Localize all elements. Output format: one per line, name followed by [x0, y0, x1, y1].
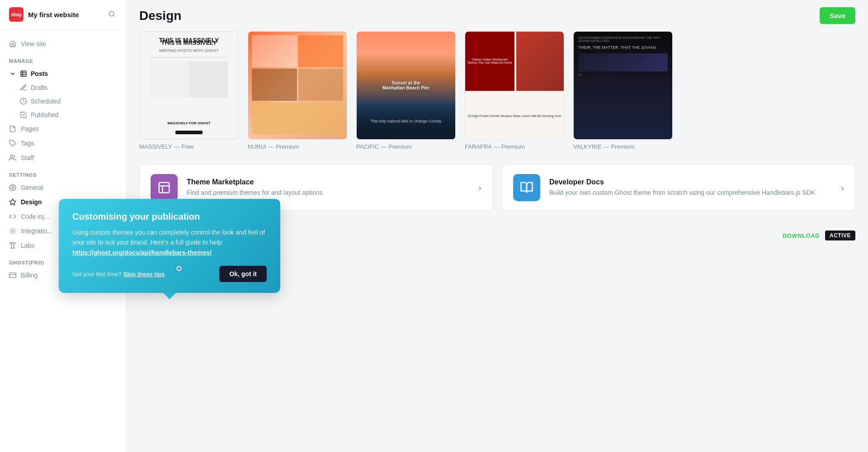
active-badge: ACTIVE	[825, 231, 855, 240]
tags-label: Tags	[21, 140, 34, 147]
integrations-label: Integratio...	[21, 227, 52, 235]
tooltip-footer-left: Not your first time? Skip these tips	[72, 271, 165, 278]
posts-icon	[20, 70, 27, 77]
svg-point-9	[12, 231, 14, 232]
design-icon	[9, 198, 16, 206]
download-link[interactable]: DOWNLOAD	[783, 232, 820, 239]
posts-label: Posts	[31, 70, 48, 77]
svg-rect-12	[159, 183, 170, 193]
marketplace-title: Theme Marketplace	[187, 178, 322, 186]
billing-icon	[9, 272, 16, 279]
skip-tips-button[interactable]: Skip these tips	[123, 271, 165, 278]
tooltip-body-text: Using custom themes you can completely c…	[72, 229, 265, 246]
tooltip-popup: Customising your publication Using custo…	[59, 199, 280, 293]
logo-text: ebay	[11, 12, 21, 17]
pages-icon	[9, 125, 16, 132]
not-first-time-text: Not your first time?	[72, 271, 122, 278]
svg-point-8	[12, 187, 14, 188]
labs-icon	[9, 242, 16, 249]
sidebar-item-published[interactable]: Published	[16, 108, 126, 122]
sidebar-item-general[interactable]: General	[0, 180, 126, 195]
sidebar-item-staff[interactable]: Staff	[0, 151, 126, 165]
design-label: Design	[21, 198, 42, 206]
svg-rect-10	[9, 273, 16, 278]
sidebar-header: ebay My first website	[0, 0, 126, 29]
clock-icon	[20, 98, 27, 105]
chevron-down-icon	[9, 70, 16, 77]
theme-card-valkyrie[interactable]: ASTRONOMERS ANNOUNCE DISCOVERING THE TIN…	[573, 31, 673, 150]
scheduled-label: Scheduled	[31, 98, 61, 105]
check-square-icon	[20, 111, 27, 118]
tooltip-footer: Not your first time? Skip these tips Ok,…	[72, 266, 267, 282]
pencil-icon	[20, 84, 27, 91]
drafts-label: Drafts	[31, 84, 47, 91]
theme-card-farafra[interactable]: Classic Indian Restaurant Dishes You Can…	[465, 31, 564, 150]
farafra-thumbnail: Classic Indian Restaurant Dishes You Can…	[465, 31, 564, 140]
valkyrie-label: VALKYRIE — Premium	[573, 143, 673, 150]
published-label: Published	[31, 111, 59, 118]
posts-children: Drafts Scheduled Published	[9, 81, 126, 122]
sidebar-item-pages[interactable]: Pages	[0, 122, 126, 136]
theme-card-pacific[interactable]: Sunset at the Manhattan Beach Pier The o…	[356, 31, 456, 150]
marketplace-description: Find and premium themes for and layout o…	[187, 188, 322, 198]
settings-icon	[9, 184, 16, 191]
tooltip-body: Using custom themes you can completely c…	[72, 227, 267, 258]
developer-docs-card[interactable]: Developer Docs Build your own custom Gho…	[502, 165, 855, 211]
tooltip-link[interactable]: https://ghost.org/docs/api/handlebars-th…	[72, 249, 212, 256]
settings-section-label: SETTINGS	[0, 165, 126, 180]
pacific-thumbnail: Sunset at the Manhattan Beach Pier The o…	[356, 31, 456, 140]
svg-point-0	[109, 11, 114, 16]
pages-label: Pages	[21, 125, 39, 132]
sidebar-item-drafts[interactable]: Drafts	[16, 81, 126, 94]
tooltip-title: Customising your publication	[72, 212, 267, 222]
tag-icon	[9, 140, 16, 147]
sidebar-item-posts[interactable]: Posts	[9, 66, 126, 81]
sidebar-item-view-site[interactable]: View site	[0, 37, 126, 51]
view-site-label: View site	[21, 40, 46, 47]
theme-marketplace-icon	[151, 174, 178, 201]
tooltip-arrow	[163, 293, 176, 299]
nurui-thumbnail	[248, 31, 347, 140]
massively-thumbnail: THIS IS MASSIVELY WRITING POSTS WITH GHO…	[139, 31, 239, 140]
page-title: Design	[139, 9, 181, 23]
marketplace-icon-svg	[157, 181, 171, 194]
developer-docs-arrow: ›	[841, 183, 844, 193]
search-button[interactable]	[106, 9, 117, 21]
marketplace-arrow: ›	[478, 183, 481, 193]
developer-docs-icon	[513, 174, 540, 201]
developer-docs-title: Developer Docs	[549, 178, 815, 186]
pacific-label: PACIFIC — Premium	[356, 143, 456, 150]
general-label: General	[21, 184, 43, 191]
manage-section-label: MANAGE	[0, 51, 126, 66]
labs-label: Labs	[21, 242, 34, 249]
farafra-label: FARAFRA — Premium	[465, 143, 564, 150]
site-name: My first website	[28, 11, 79, 19]
valkyrie-thumbnail: ASTRONOMERS ANNOUNCE DISCOVERING THE TIN…	[573, 31, 673, 140]
svg-rect-1	[21, 71, 26, 76]
docs-icon-svg	[520, 181, 533, 194]
developer-docs-text: Developer Docs Build your own custom Gho…	[549, 178, 815, 198]
developer-docs-description: Build your own custom Ghost theme from s…	[549, 188, 815, 198]
action-links: DOWNLOAD ACTIVE	[783, 231, 855, 240]
themes-grid: THIS IS MASSIVELY WRITING POSTS WITH GHO…	[139, 31, 855, 150]
users-icon	[9, 154, 16, 161]
integrations-icon	[9, 227, 16, 235]
svg-point-7	[10, 155, 13, 157]
search-icon	[108, 10, 115, 18]
code-injection-label: Code inj...	[21, 213, 49, 220]
got-it-button[interactable]: Ok, got it	[219, 266, 267, 282]
sidebar-item-tags[interactable]: Tags	[0, 136, 126, 151]
brand-logo-area[interactable]: ebay My first website	[9, 7, 79, 22]
posts-section: Posts Drafts Scheduled	[0, 66, 126, 122]
topbar: Design Save	[127, 0, 868, 31]
sidebar-item-scheduled[interactable]: Scheduled	[16, 94, 126, 108]
nurui-label: NURUI — Premium	[248, 143, 347, 150]
ebay-logo: ebay	[9, 7, 24, 22]
massively-label: MASSIVELY — Free	[139, 143, 239, 150]
code-icon	[9, 213, 16, 220]
theme-card-nurui[interactable]: NURUI — Premium	[248, 31, 347, 150]
theme-card-massively[interactable]: THIS IS MASSIVELY WRITING POSTS WITH GHO…	[139, 31, 239, 150]
marketplace-text: Theme Marketplace Find and premium theme…	[187, 178, 322, 198]
billing-label: Billing	[21, 272, 38, 279]
save-button[interactable]: Save	[820, 7, 855, 24]
